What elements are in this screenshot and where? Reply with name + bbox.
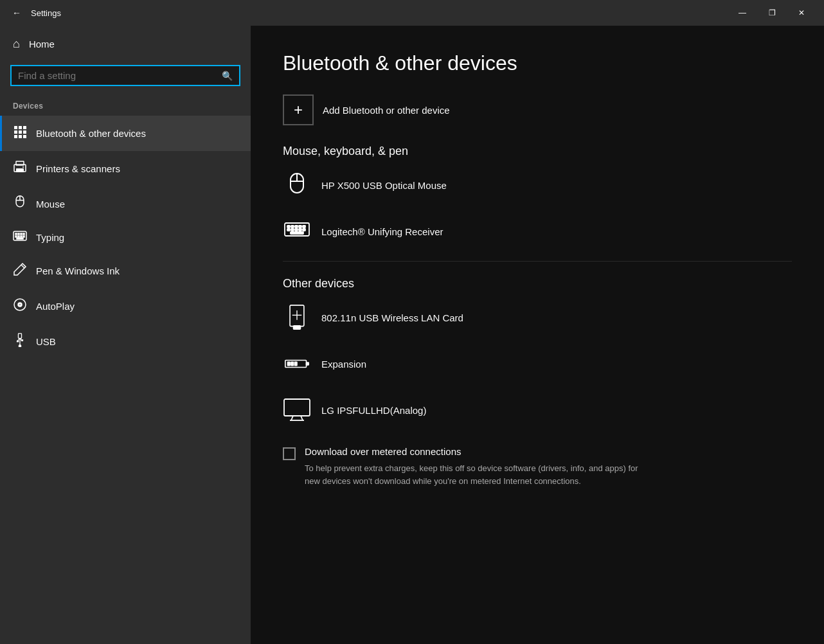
svg-rect-11	[16, 168, 24, 172]
svg-rect-5	[23, 130, 26, 134]
svg-rect-23	[21, 236, 22, 237]
section-title-other: Other devices	[283, 277, 792, 291]
sidebar-section-label: Devices	[0, 96, 251, 116]
svg-point-12	[22, 166, 24, 168]
svg-rect-22	[18, 236, 19, 237]
svg-rect-42	[291, 226, 294, 228]
device-item-mouse: HP X500 USB Optical Mouse	[283, 168, 792, 202]
sidebar-item-pen[interactable]: Pen & Windows Ink	[0, 253, 251, 289]
svg-rect-48	[295, 229, 298, 231]
main-layout: ⌂ Home 🔍 Devices	[0, 26, 824, 644]
device-item-expansion: Expansion	[283, 347, 792, 380]
pen-icon	[13, 262, 27, 280]
sidebar: ⌂ Home 🔍 Devices	[0, 26, 251, 644]
svg-rect-17	[15, 233, 17, 235]
sidebar-item-home[interactable]: ⌂ Home	[0, 26, 251, 62]
svg-rect-0	[14, 126, 17, 129]
svg-rect-25	[17, 238, 23, 239]
usb-icon	[13, 333, 27, 350]
svg-rect-41	[287, 226, 290, 228]
svg-rect-47	[291, 229, 294, 231]
svg-rect-43	[295, 226, 298, 228]
minimize-button[interactable]: —	[728, 0, 757, 26]
content-area: Bluetooth & other devices + Add Bluetoot…	[251, 26, 824, 644]
download-checkbox[interactable]	[283, 447, 296, 460]
section-divider-1	[283, 261, 792, 262]
sidebar-item-usb[interactable]: USB	[0, 324, 251, 359]
download-section: Download over metered connections To hel…	[283, 446, 792, 487]
search-input[interactable]	[18, 70, 222, 81]
sidebar-item-mouse-label: Mouse	[36, 199, 65, 210]
svg-rect-60	[294, 362, 297, 365]
sidebar-item-autoplay-label: AutoPlay	[36, 301, 75, 312]
sidebar-item-printers-label: Printers & scanners	[36, 163, 120, 174]
svg-rect-58	[287, 362, 290, 365]
svg-rect-45	[303, 226, 305, 228]
device-item-wifi: 802.11n USB Wireless LAN Card	[283, 301, 792, 334]
svg-rect-57	[307, 362, 309, 365]
svg-line-62	[291, 416, 293, 420]
bluetooth-icon	[13, 125, 27, 142]
svg-rect-4	[19, 130, 22, 134]
download-desc: To help prevent extra charges, keep this…	[305, 462, 639, 487]
svg-point-36	[19, 345, 21, 347]
svg-rect-18	[18, 233, 19, 235]
mouse-device-icon	[283, 171, 311, 199]
device-name-wifi: 802.11n USB Wireless LAN Card	[321, 312, 463, 323]
svg-rect-21	[15, 236, 17, 237]
device-item-keyboard: Logitech® Unifying Receiver	[283, 215, 792, 248]
sidebar-item-mouse[interactable]: Mouse	[0, 186, 251, 222]
download-content: Download over metered connections To hel…	[305, 446, 639, 487]
svg-line-63	[301, 416, 303, 420]
home-icon: ⌂	[13, 37, 20, 51]
printers-icon	[13, 160, 27, 177]
svg-rect-20	[23, 233, 24, 235]
window-controls: — ❐ ✕	[728, 0, 816, 26]
add-device-icon: +	[283, 94, 314, 125]
svg-rect-1	[19, 126, 22, 129]
wifi-usb-device-icon	[283, 303, 311, 332]
search-box[interactable]: 🔍	[10, 65, 240, 86]
title-bar: ← Settings — ❐ ✕	[0, 0, 824, 26]
svg-rect-3	[14, 130, 17, 134]
svg-rect-34	[17, 341, 19, 343]
keyboard-device-icon	[283, 217, 311, 246]
sidebar-item-usb-label: USB	[36, 336, 56, 347]
sidebar-item-bluetooth[interactable]: Bluetooth & other devices	[0, 116, 251, 151]
typing-icon	[13, 231, 27, 244]
svg-rect-55	[294, 326, 301, 329]
svg-rect-35	[21, 339, 23, 341]
sidebar-item-pen-label: Pen & Windows Ink	[36, 265, 120, 276]
sidebar-item-printers[interactable]: Printers & scanners	[0, 151, 251, 186]
device-name-mouse: HP X500 USB Optical Mouse	[321, 180, 447, 191]
autoplay-icon	[13, 298, 27, 315]
svg-rect-46	[287, 229, 290, 231]
device-name-expansion: Expansion	[321, 359, 366, 370]
section-title-mouse-keyboard: Mouse, keyboard, & pen	[283, 145, 792, 158]
svg-rect-19	[21, 233, 22, 235]
sidebar-item-autoplay[interactable]: AutoPlay	[0, 289, 251, 324]
back-button[interactable]: ←	[8, 4, 26, 22]
add-device-button[interactable]: + Add Bluetooth or other device	[283, 94, 450, 125]
svg-rect-6	[14, 135, 17, 138]
download-label: Download over metered connections	[305, 446, 639, 457]
window-title: Settings	[31, 8, 61, 18]
sidebar-item-bluetooth-label: Bluetooth & other devices	[36, 128, 146, 139]
svg-point-29	[19, 304, 21, 306]
mouse-icon	[13, 195, 27, 213]
svg-rect-59	[291, 362, 294, 365]
svg-rect-51	[291, 232, 303, 234]
device-name-keyboard: Logitech® Unifying Receiver	[321, 226, 443, 237]
device-item-monitor: LG IPSFULLHD(Analog)	[283, 393, 792, 427]
svg-rect-30	[18, 334, 21, 339]
close-button[interactable]: ✕	[787, 0, 816, 26]
search-icon: 🔍	[222, 71, 233, 81]
expansion-device-icon	[283, 350, 311, 378]
svg-rect-49	[299, 229, 301, 231]
maximize-button[interactable]: ❐	[757, 0, 787, 26]
svg-rect-61	[284, 399, 310, 416]
svg-rect-44	[299, 226, 301, 228]
page-title: Bluetooth & other devices	[283, 51, 792, 75]
sidebar-item-typing[interactable]: Typing	[0, 222, 251, 253]
svg-rect-50	[303, 229, 305, 231]
